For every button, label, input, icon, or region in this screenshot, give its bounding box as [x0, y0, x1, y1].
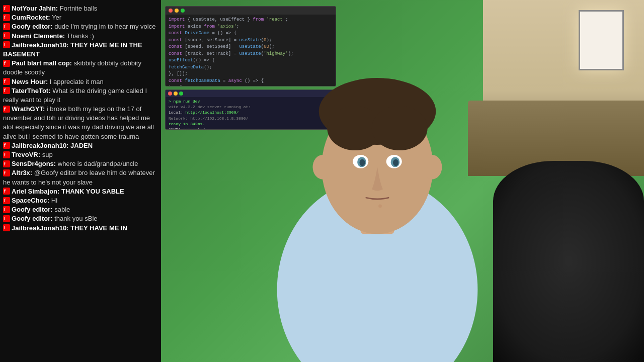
- chat-username: Ariel Simbajon:: [12, 188, 59, 195]
- facebook-icon: [3, 41, 10, 48]
- svg-point-12: [378, 205, 382, 208]
- chat-message: Paul blart mall cop: skibbity dobbity do…: [3, 59, 158, 77]
- chat-message: Ariel Simbajon: THANK YOU SABLE: [3, 187, 158, 196]
- streamer-person: [201, 0, 553, 362]
- chat-username: Altr3x:: [12, 169, 32, 176]
- chat-text: Thanks :): [65, 32, 94, 40]
- chat-text: THEY HAVE ME IN: [68, 224, 127, 232]
- svg-point-13: [313, 155, 333, 179]
- maximize-button[interactable]: [181, 9, 185, 13]
- facebook-icon: [3, 206, 10, 213]
- chat-message: TaterTheTot: What is the driving game ca…: [3, 86, 158, 105]
- chat-message: JailbreakJonah10: JADEN: [3, 141, 158, 150]
- chat-username: Noemi Clemente:: [12, 32, 65, 40]
- softbox-light: [579, 10, 624, 70]
- chat-username: TaterTheTot:: [12, 87, 51, 95]
- facebook-icon: [3, 60, 10, 67]
- facebook-icon: [3, 142, 10, 149]
- chat-message: NotYour Jahin: Fortnite balls: [3, 4, 158, 13]
- chat-username: CumRocket:: [12, 14, 50, 21]
- chat-username: JailbreakJonah10:: [12, 142, 68, 149]
- chat-message: Goofy editor: sable: [3, 205, 158, 214]
- chat-username: News Hour:: [12, 78, 48, 85]
- chat-username: JailbreakJonah10:: [12, 41, 68, 49]
- svg-point-5: [372, 106, 428, 150]
- chat-text: sable: [53, 206, 70, 213]
- facebook-icon: [3, 151, 10, 158]
- chat-message: News Hour: I appreciate it man: [3, 77, 158, 86]
- chat-message: Noemi Clemente: Thanks :): [3, 32, 158, 41]
- chat-text: Hi: [49, 197, 57, 204]
- chat-username: Goofy editor:: [12, 23, 53, 30]
- facebook-icon: [3, 160, 10, 167]
- facebook-icon: [3, 169, 10, 176]
- chat-message: Altr3x: @Goofy editor bro leave him do w…: [3, 168, 158, 187]
- chat-username: Goofy editor:: [12, 206, 53, 213]
- facebook-icon: [3, 106, 10, 113]
- chat-username: JailbreakJonah10:: [12, 224, 68, 232]
- svg-point-10: [360, 159, 365, 166]
- chat-username: Goofy editor:: [12, 215, 53, 222]
- facebook-icon: [3, 78, 10, 85]
- minimize-button[interactable]: [174, 92, 178, 96]
- chat-text: sup: [40, 151, 53, 158]
- chat-username: NotYour Jahin:: [12, 5, 58, 12]
- chat-username: Paul blart mall cop:: [12, 59, 72, 67]
- chat-text: thank you sBle: [53, 215, 98, 222]
- svg-point-11: [393, 159, 398, 166]
- facebook-icon: [3, 87, 10, 94]
- chat-message: SensDr4gons: where is dad/grandpa/uncle: [3, 159, 158, 168]
- chat-message: JailbreakJonah10: THEY HAVE ME IN THE BA…: [3, 41, 158, 59]
- maximize-button[interactable]: [179, 92, 183, 96]
- chat-panel: NotYour Jahin: Fortnite ballsCumRocket: …: [0, 0, 161, 362]
- chat-text: Yer: [50, 14, 61, 21]
- chat-text: where is dad/grandpa/uncle: [56, 160, 138, 167]
- close-button[interactable]: [169, 9, 173, 13]
- chat-username: SensDr4gons:: [12, 160, 56, 167]
- facebook-icon: [3, 5, 10, 12]
- facebook-icon: [3, 188, 10, 195]
- chat-username: TrevoVR:: [12, 151, 40, 158]
- facebook-icon: [3, 23, 10, 30]
- chat-message: Goofy editor: thank you sBle: [3, 214, 158, 223]
- facebook-icon: [3, 224, 10, 231]
- facebook-icon: [3, 197, 10, 204]
- chat-text: Fortnite balls: [58, 5, 97, 12]
- chat-text: dude I'm trying im to hear my voice: [53, 23, 156, 30]
- facebook-icon: [3, 32, 10, 39]
- chat-username: SpaceChoc:: [12, 197, 49, 204]
- chat-text: JADEN: [68, 142, 93, 149]
- chat-text: THANK YOU SABLE: [59, 188, 124, 195]
- facebook-icon: [3, 14, 10, 21]
- chat-message: WrathGYT: i broke both my legs on the 17…: [3, 105, 158, 141]
- facebook-icon: [3, 215, 10, 222]
- chat-message: CumRocket: Yer: [3, 13, 158, 22]
- minimize-button[interactable]: [175, 9, 179, 13]
- close-button[interactable]: [168, 92, 172, 96]
- chat-messages: NotYour Jahin: Fortnite ballsCumRocket: …: [3, 4, 158, 233]
- chat-message: TrevoVR: sup: [3, 150, 158, 159]
- chat-message: Goofy editor: dude I'm trying im to hear…: [3, 22, 158, 31]
- chat-message: JailbreakJonah10: THEY HAVE ME IN: [3, 224, 158, 233]
- chat-text: I appreciate it man: [48, 78, 104, 85]
- svg-point-14: [422, 155, 442, 179]
- video-area: import { useState, useEffect } from 'rea…: [161, 0, 644, 362]
- chat-message: SpaceChoc: Hi: [3, 196, 158, 205]
- chat-username: WrathGYT:: [12, 105, 45, 113]
